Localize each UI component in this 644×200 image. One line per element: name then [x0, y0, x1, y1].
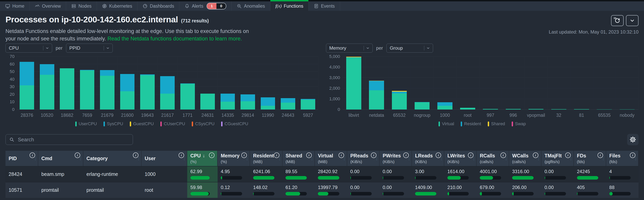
legend-item-guestcpu[interactable]: GuestCPU	[130, 121, 154, 126]
column-header-rcalls[interactable]: RCalls(calls/s)i⋮	[476, 151, 509, 166]
bar-group-7659[interactable]	[77, 57, 97, 110]
tab-anomalies[interactable]: Anomalies	[232, 1, 270, 11]
plot-area[interactable]	[17, 57, 318, 110]
bar-group-netdata[interactable]	[365, 57, 388, 110]
bar-group-65535[interactable]	[593, 57, 616, 110]
collapse-button[interactable]	[626, 15, 638, 26]
legend-item-usercpu[interactable]: UserCPU	[75, 121, 97, 126]
badge: 1	[207, 3, 216, 9]
bar-group-24643[interactable]	[278, 57, 298, 110]
column-header-cpu[interactable]: CPU↓(%)i⋮	[187, 151, 218, 166]
column-header-preads[interactable]: PReads(KiB/s)i⋮	[347, 151, 380, 166]
column-header-files[interactable]: Files(fds)i⋮	[606, 151, 638, 166]
column-header-resident[interactable]: Resident(MiB)i⋮	[250, 151, 282, 166]
column-resize-handle[interactable]: ⋮	[34, 156, 37, 161]
column-header-memory[interactable]: Memory(%)i⋮	[218, 151, 250, 166]
metric-select[interactable]: CPU	[6, 44, 52, 53]
column-header-wcalls[interactable]: WCalls(calls/s)i⋮	[509, 151, 542, 166]
column-resize-handle[interactable]: ⋮	[182, 156, 186, 161]
column-resize-handle[interactable]: ⋮	[278, 156, 282, 161]
column-resize-handle[interactable]: ⋮	[569, 156, 573, 161]
bar-group-81[interactable]	[570, 57, 593, 110]
bar-group-28376[interactable]	[17, 57, 37, 110]
legend-item-cusercpu[interactable]: CUserCPU	[160, 121, 185, 126]
bar-group-5927[interactable]	[298, 57, 318, 110]
legend-item-csyscpu[interactable]: CSysCPU	[192, 121, 214, 126]
legend-item-resident[interactable]: Resident	[461, 121, 481, 126]
legend-item-syscpu[interactable]: SysCPU	[104, 121, 123, 126]
tab-nodes[interactable]: Nodes	[66, 1, 97, 11]
bar-group-nogroup[interactable]	[411, 57, 434, 110]
bar-group-10520[interactable]	[37, 57, 57, 110]
tab-functions[interactable]: f(x)Functions	[270, 1, 309, 11]
table-settings-button[interactable]	[627, 134, 638, 145]
bar-group-21600[interactable]	[117, 57, 137, 110]
column-resize-handle[interactable]: ⋮	[78, 156, 82, 161]
column-header-shared[interactable]: Shared(MiB)i⋮	[282, 151, 315, 166]
metric-select[interactable]: Memory	[326, 44, 373, 53]
per-select[interactable]: Group	[386, 44, 433, 53]
table-row-10571[interactable]: 10571promtailpromtailroot59.980.12148.02…	[6, 182, 638, 198]
column-resize-handle[interactable]: ⋮	[472, 156, 476, 161]
stacked-bar	[392, 91, 407, 110]
column-header-virtual[interactable]: Virtual(MiB)i⋮	[315, 151, 347, 166]
tab-home[interactable]: Home	[0, 1, 30, 11]
bar-group-1000[interactable]	[434, 57, 456, 110]
bar-group-18682[interactable]	[57, 57, 77, 110]
tab-events[interactable]: Events	[308, 1, 340, 11]
tab-dashboards[interactable]: Dashboards	[138, 1, 180, 11]
bar-group-11990[interactable]	[258, 57, 278, 110]
legend-item-swap[interactable]: Swap	[512, 121, 526, 126]
tab-kubernetes[interactable]: Kubernetes	[97, 1, 138, 11]
bar-group-29814[interactable]	[238, 57, 258, 110]
search-box[interactable]	[6, 134, 133, 145]
legend-item-virtual[interactable]: Virtual	[438, 121, 454, 126]
bar-group-14335[interactable]	[218, 57, 238, 110]
column-header-pwrites[interactable]: PWrites(KiB/s)i⋮	[380, 151, 412, 166]
bar-group-24631[interactable]	[198, 57, 218, 110]
column-header-lreads[interactable]: LReads(KiB/s)i⋮	[412, 151, 444, 166]
column-resize-handle[interactable]: ⋮	[407, 156, 411, 161]
column-header-tmajflt[interactable]: TMajFlt(pgflts/s)i⋮	[542, 151, 574, 166]
plot-area[interactable]	[342, 57, 639, 110]
bar-group-vpopmail[interactable]	[524, 57, 547, 110]
bar-group-19643[interactable]	[138, 57, 158, 110]
bar-group-65532[interactable]	[388, 57, 411, 110]
search-input[interactable]	[18, 136, 129, 143]
table-row-28424[interactable]: 28424beam.smperlang-runtime100062.994.95…	[6, 166, 638, 182]
column-header-lwrites[interactable]: LWrites(KiB/s)i⋮	[444, 151, 476, 166]
bar-group-nobody[interactable]	[616, 57, 638, 110]
column-resize-handle[interactable]: ⋮	[602, 156, 605, 161]
bar-group-996[interactable]	[502, 57, 524, 110]
documentation-link[interactable]: Read the Netdata functions documentation…	[108, 36, 242, 42]
column-resize-handle[interactable]: ⋮	[342, 156, 346, 161]
column-header-cmd[interactable]: Cmdi⋮	[38, 151, 83, 166]
per-select[interactable]: PPID	[66, 44, 113, 53]
column-resize-handle[interactable]: ⋮	[634, 156, 638, 161]
bar-group-997[interactable]	[479, 57, 502, 110]
column-resize-handle[interactable]: ⋮	[137, 156, 140, 161]
column-resize-handle[interactable]: ⋮	[213, 156, 217, 161]
bar-group-32[interactable]	[547, 57, 570, 110]
column-resize-handle[interactable]: ⋮	[375, 156, 378, 161]
bar-group-21679[interactable]	[97, 57, 117, 110]
description-line-1: Netdata Functions enable detailed low-le…	[6, 28, 249, 35]
column-resize-handle[interactable]: ⋮	[537, 156, 540, 161]
legend-item-cguestcpu[interactable]: CGuestCPU	[221, 121, 248, 126]
bar-group-libvirt[interactable]	[342, 57, 365, 110]
tab-overview[interactable]: Overview	[30, 1, 66, 11]
tab-alerts[interactable]: Alerts10	[180, 1, 232, 11]
column-resize-handle[interactable]: ⋮	[310, 156, 314, 161]
column-header-user[interactable]: Useri⋮	[142, 151, 187, 166]
legend-item-shared[interactable]: Shared	[488, 121, 505, 126]
column-header-fds[interactable]: FDs(fds)i⋮	[574, 151, 606, 166]
refresh-pause-button[interactable]	[611, 15, 624, 26]
bar-group-1771[interactable]	[178, 57, 198, 110]
column-resize-handle[interactable]: ⋮	[440, 156, 443, 161]
column-header-pid[interactable]: PIDi⋮	[6, 151, 38, 166]
bar-group-root[interactable]	[456, 57, 479, 110]
bar-group-21617[interactable]	[158, 57, 178, 110]
column-resize-handle[interactable]: ⋮	[504, 156, 508, 161]
column-resize-handle[interactable]: ⋮	[245, 156, 249, 161]
column-header-category[interactable]: Categoryi⋮	[83, 151, 142, 166]
